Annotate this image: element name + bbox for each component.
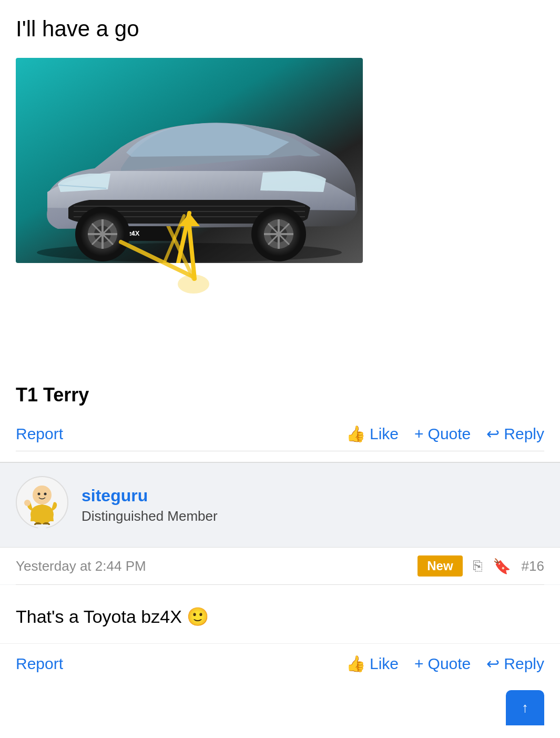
comment-timestamp: Yesterday at 2:44 PM [16, 558, 146, 574]
floating-reply-icon: ↑ [522, 700, 528, 716]
action-right-group: 👍 Like + Quote ↩ Reply [346, 424, 544, 443]
avatar-background [16, 476, 68, 529]
comment-report-link[interactable]: Report [16, 655, 63, 673]
avatar-pointer [36, 524, 48, 534]
like-label: Like [370, 425, 399, 443]
reply-label: Reply [504, 425, 544, 443]
comment-section: siteguru Distinguished Member Yesterday … [0, 462, 560, 725]
comment-quote-button[interactable]: + Quote [414, 655, 471, 673]
reply-button[interactable]: ↩ Reply [486, 424, 544, 443]
svg-point-34 [33, 486, 52, 504]
comment-reply-arrow-icon: ↩ [486, 654, 500, 673]
first-post-section: I'll have a go [0, 0, 560, 462]
avatar-container [16, 476, 68, 534]
car-image: bz4X TOYOTA [16, 58, 363, 263]
report-link[interactable]: Report [16, 425, 63, 443]
post-title: I'll have a go [16, 16, 544, 42]
comment-action-left: Report [16, 655, 63, 673]
comment-reply-label: Reply [504, 655, 544, 673]
svg-point-35 [38, 492, 40, 495]
comment-plus-icon: + [414, 655, 424, 673]
comment-reply-button[interactable]: ↩ Reply [486, 654, 544, 673]
post-image-wrapper: bz4X TOYOTA [16, 58, 363, 263]
plus-icon: + [414, 425, 424, 443]
new-badge: New [418, 555, 462, 577]
comment-quote-label: Quote [428, 655, 471, 673]
comment-text: That's a Toyota bz4X 🙂 [16, 603, 544, 630]
comment-meta-bar: Yesterday at 2:44 PM New ⎘ 🔖 #16 [0, 547, 560, 584]
thumbs-up-icon: 👍 [346, 424, 365, 443]
comment-action-right: 👍 Like + Quote ↩ Reply [346, 654, 544, 673]
post-author: T1 Terry [16, 274, 544, 406]
first-post-actions: Report 👍 Like + Quote ↩ Reply [16, 417, 544, 451]
avatar-image [21, 480, 63, 525]
user-role: Distinguished Member [82, 508, 218, 524]
comment-like-button[interactable]: 👍 Like [346, 654, 399, 673]
comment-header: siteguru Distinguished Member [0, 463, 560, 547]
bookmark-icon[interactable]: 🔖 [493, 558, 511, 575]
quote-button[interactable]: + Quote [414, 425, 471, 443]
action-left-group: Report [16, 425, 63, 443]
comment-actions: Report 👍 Like + Quote ↩ Reply [0, 643, 560, 683]
bottom-bar: ↑ [0, 683, 560, 725]
username[interactable]: siteguru [82, 486, 218, 506]
comment-like-label: Like [370, 655, 399, 673]
like-button[interactable]: 👍 Like [346, 424, 399, 443]
reply-arrow-icon: ↩ [486, 424, 500, 443]
comment-body: That's a Toyota bz4X 🙂 [0, 585, 560, 643]
comment-thumbs-up-icon: 👍 [346, 654, 365, 673]
share-icon[interactable]: ⎘ [473, 558, 482, 574]
post-number: #16 [522, 558, 544, 574]
meta-right-group: New ⎘ 🔖 #16 [418, 555, 544, 577]
user-info: siteguru Distinguished Member [82, 486, 218, 524]
quote-label: Quote [428, 425, 471, 443]
svg-point-33 [24, 500, 30, 506]
svg-point-36 [44, 492, 47, 495]
floating-reply-button[interactable]: ↑ [506, 690, 544, 725]
